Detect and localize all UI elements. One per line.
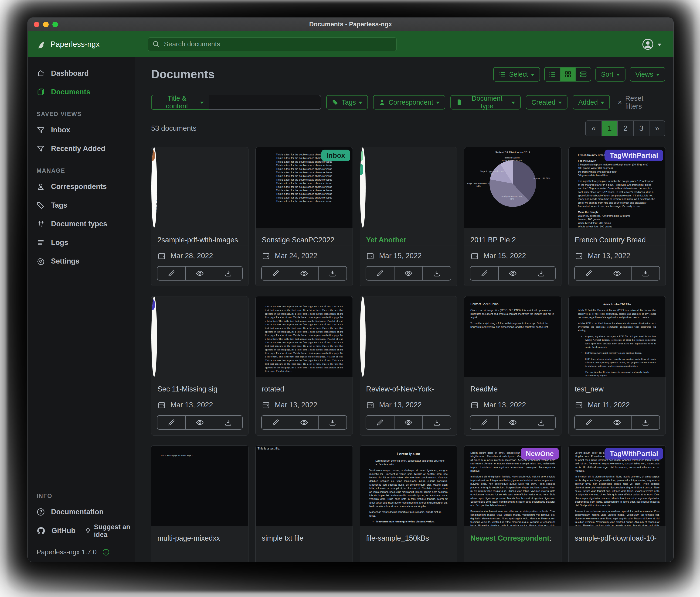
edit-button[interactable]: [470, 415, 499, 430]
sidebar-item-recently-added[interactable]: Recently Added: [28, 139, 135, 158]
document-title[interactable]: multi-page-mixedxx: [151, 526, 248, 544]
search-input[interactable]: [164, 40, 392, 48]
view-button[interactable]: [186, 266, 214, 281]
download-button[interactable]: [631, 266, 660, 281]
added-filter-button[interactable]: Added: [573, 95, 610, 110]
download-button[interactable]: [214, 266, 243, 281]
main-content[interactable]: Documents Select: [135, 57, 673, 562]
document-thumbnail[interactable]: Another Sample Tag Boundary Waters TripL…: [151, 147, 157, 228]
document-thumbnail[interactable]: TagWithPartial Lorem ipsum dolor sit ame…: [569, 446, 666, 526]
tag-badge[interactable]: Inbox: [360, 164, 363, 175]
view-button[interactable]: [499, 266, 527, 281]
document-title[interactable]: Newest Correspondent: f_combineds: [464, 526, 561, 544]
select-button[interactable]: Select: [493, 67, 540, 81]
tags-filter-button[interactable]: Tags: [326, 95, 368, 110]
download-button[interactable]: [214, 415, 243, 430]
document-title[interactable]: sample-pdf-download-10-mb-longer-title: [569, 526, 666, 544]
sidebar-item-settings[interactable]: Settings: [28, 252, 135, 270]
view-button[interactable]: [603, 415, 631, 430]
document-thumbnail[interactable]: This is the text that appears on the fir…: [256, 296, 353, 377]
close-button[interactable]: [34, 22, 39, 27]
correspondent-filter-button[interactable]: Correspondent: [373, 95, 445, 110]
download-button[interactable]: [631, 415, 660, 430]
filter-text-input[interactable]: [209, 95, 321, 110]
edit-button[interactable]: [157, 266, 186, 281]
document-thumbnail[interactable]: TagWithPartial Application for Medical S…: [151, 296, 157, 377]
sidebar-item-documentation[interactable]: Documentation: [28, 503, 135, 521]
view-button[interactable]: [290, 415, 319, 430]
sidebar-item-logs[interactable]: Logs: [28, 233, 135, 252]
info-icon[interactable]: [102, 549, 110, 556]
sidebar-item-document-types[interactable]: Document types: [28, 215, 135, 233]
page-button-2[interactable]: 2: [617, 121, 633, 136]
document-title[interactable]: Sonstige ScanPC2022 03-24_081058: [256, 228, 353, 246]
document-thumbnail[interactable]: NewOne Lorem ipsum dolor sit amet, conse…: [464, 446, 561, 526]
edit-button[interactable]: [366, 415, 395, 430]
document-title[interactable]: test_new: [569, 377, 666, 395]
download-button[interactable]: [319, 415, 347, 430]
views-button[interactable]: Views: [630, 67, 665, 81]
document-title[interactable]: rotated: [256, 377, 353, 395]
edit-button[interactable]: [261, 415, 290, 430]
document-title[interactable]: French Country Bread Revised.docx: [569, 228, 666, 246]
view-button[interactable]: [395, 266, 423, 281]
page-button-3[interactable]: 3: [633, 121, 649, 136]
sidebar-item-dashboard[interactable]: Dashboard: [28, 64, 135, 83]
document-title[interactable]: 2sample-pdf-with-images: [151, 228, 248, 246]
correspondent-link[interactable]: Yet Another Correspondent: [366, 236, 418, 246]
edit-button[interactable]: [574, 415, 603, 430]
tag-badge[interactable]: Partial Tag: [360, 150, 363, 161]
tag-badge[interactable]: Inbox: [321, 150, 350, 161]
tag-badge[interactable]: TagWithPartial: [604, 448, 663, 459]
edit-button[interactable]: [366, 266, 395, 281]
document-title[interactable]: Yet Another Correspondent: Testing Email: [360, 228, 457, 246]
tag-badge[interactable]: TagWithPartial: [151, 299, 155, 310]
view-button[interactable]: [290, 266, 319, 281]
view-button[interactable]: [499, 415, 527, 430]
document-title[interactable]: simple txt file: [256, 526, 353, 544]
sidebar-item-tags[interactable]: Tags: [28, 196, 135, 215]
tag-badge[interactable]: Another Sample Tag: [151, 150, 155, 161]
document-title[interactable]: ReadMe: [464, 377, 561, 395]
edit-button[interactable]: [470, 266, 499, 281]
page-button-1[interactable]: 1: [601, 121, 617, 136]
document-thumbnail[interactable]: TagWithPartial French Country BreadFor t…: [569, 147, 666, 228]
sort-button[interactable]: Sort: [596, 67, 625, 81]
view-list-button[interactable]: [545, 68, 560, 81]
sidebar-item-inbox[interactable]: Inbox: [28, 121, 135, 139]
document-title[interactable]: Sec 11-Missing sig: [151, 377, 248, 395]
correspondent-link[interactable]: Newest Correspondent: [470, 534, 549, 542]
created-filter-button[interactable]: Created: [526, 95, 568, 110]
document-thumbnail[interactable]: Contact Sheet DemoGiven a set of image f…: [464, 296, 561, 377]
view-grid-button[interactable]: [560, 68, 575, 81]
tag-badge[interactable]: NewOne: [521, 448, 559, 459]
minimize-button[interactable]: [43, 22, 49, 27]
edit-button[interactable]: [261, 266, 290, 281]
reset-filters-button[interactable]: × Reset filters: [618, 94, 660, 110]
document-thumbnail[interactable]: This is a test file.: [256, 446, 353, 526]
page-button-«[interactable]: «: [586, 121, 601, 136]
view-button[interactable]: [186, 415, 214, 430]
page-button-»[interactable]: »: [649, 121, 665, 136]
download-button[interactable]: [527, 415, 556, 430]
sidebar-item-documents[interactable]: Documents: [28, 83, 135, 101]
sidebar-item-correspondents[interactable]: Correspondents: [28, 177, 135, 196]
document-title[interactable]: Review-of-New-York-Federal-Petitions-art…: [360, 377, 457, 395]
edit-button[interactable]: [157, 415, 186, 430]
download-button[interactable]: [319, 266, 347, 281]
search-box[interactable]: [148, 37, 397, 51]
sidebar-item-github[interactable]: GitHub: [28, 521, 75, 540]
document-thumbnail[interactable]: This is a multi page document. Page 1.: [151, 446, 248, 526]
document-thumbnail[interactable]: Review of New York Federal Petitions for…: [360, 296, 366, 377]
document-thumbnail[interactable]: Partial TagInbox Release NotesSimba ODBC…: [360, 147, 366, 228]
brand[interactable]: Paperless-ngx: [28, 39, 135, 49]
tag-badge[interactable]: TagWithPartial: [604, 150, 663, 161]
title-content-dropdown[interactable]: Title & content: [151, 95, 209, 110]
download-button[interactable]: [423, 415, 451, 430]
document-thumbnail[interactable]: Lorem ipsumLorem ipsum dolor sit amet, c…: [360, 446, 457, 526]
document-title[interactable]: 2011 BP Pie 2: [464, 228, 561, 246]
user-menu[interactable]: [642, 38, 673, 50]
download-button[interactable]: [423, 266, 451, 281]
view-button[interactable]: [395, 415, 423, 430]
document-type-filter-button[interactable]: Document type: [450, 95, 521, 110]
